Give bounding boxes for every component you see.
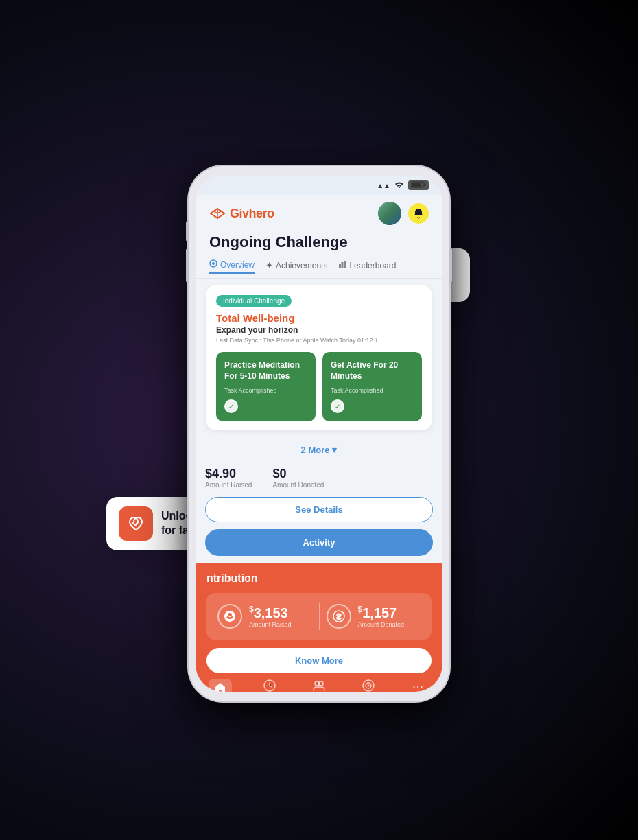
tab-achievements[interactable]: ✦ Achievements: [265, 259, 327, 274]
nav-teams[interactable]: Teams: [294, 679, 344, 692]
side-button-right: [449, 248, 452, 283]
tab-leaderboard[interactable]: Leaderboard: [338, 259, 396, 274]
contrib-divider: [319, 603, 320, 630]
tab-leaderboard-label: Leaderboard: [349, 261, 396, 270]
logo-icon: [209, 207, 226, 220]
tab-overview[interactable]: Overview: [209, 259, 255, 274]
svg-point-18: [368, 685, 370, 687]
scroll-content[interactable]: Individual Challenge Total Well-being Ex…: [196, 279, 442, 692]
challenge-subtitle: Expand your horizon: [216, 325, 422, 335]
avatar[interactable]: [378, 202, 401, 225]
logo: Givhero: [209, 207, 274, 221]
app-content: Givhero Ongoing Challenge: [196, 195, 442, 692]
stat-donated-value: $0: [272, 467, 324, 481]
donations-icon: [119, 506, 153, 541]
svg-point-14: [315, 681, 319, 686]
side-button-left-1: [186, 221, 189, 242]
bottom-navigation: Home Challenges Teams: [196, 673, 442, 692]
signal-icon: ▲▲: [377, 182, 390, 189]
chevron-down-icon: ▾: [332, 445, 337, 455]
svg-rect-11: [344, 261, 346, 268]
teams-nav-icon: [312, 679, 326, 692]
sync-info: Last Data Sync : This Phone or Apple Wat…: [216, 337, 422, 344]
contrib-donated: $1,157 Amount Donated: [327, 604, 421, 629]
header-actions: [378, 202, 429, 225]
task-card-2: Get Active For 20 Minutes Task Accomplis…: [322, 352, 422, 421]
contrib-donated-icon: [327, 604, 351, 629]
task-1-check: ✓: [224, 399, 238, 413]
more-row: 2 More ▾: [196, 436, 442, 463]
stat-amount-raised: $4.90 Amount Raised: [205, 467, 252, 489]
contrib-raised-label: Amount Raised: [249, 621, 292, 628]
svg-rect-9: [339, 264, 341, 268]
side-button-left-2: [186, 248, 189, 283]
leaderboard-icon: [338, 260, 346, 270]
stats-row: $4.90 Amount Raised $0 Amount Donated: [196, 463, 442, 497]
stat-raised-value: $4.90: [205, 467, 252, 481]
challenge-card: Individual Challenge Total Well-being Ex…: [206, 285, 432, 430]
overview-icon: [209, 259, 217, 270]
achievements-icon: ✦: [265, 260, 273, 270]
contrib-donated-info: $1,157 Amount Donated: [358, 605, 405, 628]
task-1-title: Practice Meditation For 5-10 Minutes: [224, 360, 307, 382]
currency-1: $: [249, 605, 254, 614]
svg-rect-5: [425, 183, 426, 186]
task-card-1: Practice Meditation For 5-10 Minutes Tas…: [216, 352, 316, 421]
nav-challenges[interactable]: Challenges: [245, 679, 294, 692]
challenge-title: Total Well-being: [216, 312, 422, 324]
contrib-raised-amount: $3,153: [249, 605, 292, 621]
svg-rect-6: [412, 183, 421, 187]
contribution-section: ntribution $3,153 Amount Raised: [196, 563, 442, 673]
app-header: Givhero: [196, 195, 442, 231]
contrib-donated-label: Amount Donated: [358, 621, 405, 628]
contrib-raised-icon: [217, 604, 242, 629]
more-button[interactable]: 2 More ▾: [301, 445, 338, 455]
page-title-section: Ongoing Challenge: [196, 231, 442, 257]
more-label: 2 More: [301, 445, 330, 455]
task-1-status: Task Accomplished: [224, 387, 307, 394]
phone-screen: ▲▲ Givhero: [196, 176, 442, 692]
svg-rect-10: [342, 262, 344, 268]
stat-amount-donated: $0 Amount Donated: [272, 467, 324, 489]
tabs-bar: Overview ✦ Achievements Leaderboard: [196, 257, 442, 279]
task-2-check: ✓: [331, 399, 344, 413]
individual-badge: Individual Challenge: [216, 295, 292, 307]
stat-raised-label: Amount Raised: [205, 481, 252, 489]
phone-wrapper: Achieve daily goals Unlock donations for…: [189, 166, 449, 701]
svg-point-15: [319, 681, 323, 686]
contribution-title: ntribution: [206, 572, 432, 585]
contrib-raised: $3,153 Amount Raised: [217, 604, 312, 629]
activity-button[interactable]: Activity: [205, 529, 433, 556]
logo-text: Givhero: [230, 207, 274, 221]
see-details-button[interactable]: See Details: [205, 497, 433, 522]
stat-donated-label: Amount Donated: [272, 481, 324, 489]
challenges-nav-icon: [263, 679, 276, 692]
battery-icon: [408, 180, 429, 190]
notification-bell[interactable]: [408, 203, 429, 224]
page-title: Ongoing Challenge: [209, 233, 429, 251]
nav-goals[interactable]: Goals: [344, 679, 393, 692]
wifi-icon: [394, 180, 404, 190]
more-nav-icon: ···: [412, 679, 424, 692]
tab-achievements-label: Achievements: [276, 261, 327, 270]
task-grid: Practice Meditation For 5-10 Minutes Tas…: [216, 352, 422, 421]
task-2-title: Get Active For 20 Minutes: [331, 360, 414, 382]
know-more-button[interactable]: Know More: [206, 648, 432, 673]
goals-nav-icon: [362, 679, 375, 692]
contrib-donated-amount: $1,157: [358, 605, 405, 621]
avatar-image: [378, 202, 401, 225]
tab-overview-label: Overview: [220, 260, 255, 270]
contrib-raised-info: $3,153 Amount Raised: [249, 605, 292, 628]
task-2-status: Task Accomplished: [331, 387, 414, 394]
status-bar: ▲▲: [196, 176, 442, 195]
svg-point-8: [212, 262, 215, 265]
contribution-card: $3,153 Amount Raised: [206, 593, 432, 640]
